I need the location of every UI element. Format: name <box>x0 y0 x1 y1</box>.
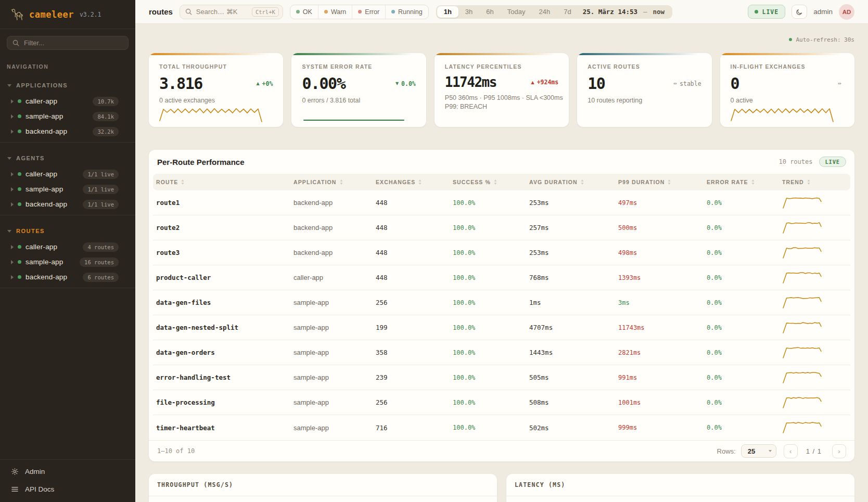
cell-error-rate: 0.0% <box>704 224 779 231</box>
column-header[interactable]: ROUTE <box>153 179 290 185</box>
column-header[interactable]: ERROR RATE <box>704 179 779 185</box>
cell-avg-duration: 505ms <box>526 374 615 381</box>
column-header[interactable]: SUCCESS % <box>450 179 526 185</box>
sidebar-item-admin[interactable]: Admin <box>7 462 129 480</box>
search-icon <box>185 8 192 15</box>
sidebar-section-header[interactable]: APPLICATIONS <box>7 79 129 92</box>
table-row[interactable]: route1 backend-app 448 100.0% 253ms 497m… <box>153 190 850 215</box>
kpi-value: 3.816 <box>159 74 202 93</box>
next-page-button[interactable]: › <box>832 444 846 458</box>
cell-success: 100.0% <box>450 299 526 306</box>
table-row[interactable]: file-processing sample-app 256 100.0% 50… <box>153 390 850 415</box>
kpi-card: ACTIVE ROUTES 10 ⇔ stable 10 routes repo… <box>577 53 711 127</box>
prev-page-button[interactable]: ‹ <box>784 444 798 458</box>
cell-error-rate: 0.0% <box>704 274 779 281</box>
status-filter-button[interactable]: OK <box>290 5 318 19</box>
search-placeholder: Search… ⌘K <box>196 8 237 16</box>
column-header[interactable]: AVG DURATION <box>526 179 615 185</box>
table-row[interactable]: data-gen-orders sample-app 358 100.0% 14… <box>153 340 850 365</box>
filter-input[interactable]: Filter... <box>7 36 129 50</box>
cell-success: 100.0% <box>450 274 526 281</box>
cell-success: 100.0% <box>450 324 526 331</box>
cell-trend <box>779 371 850 384</box>
cell-avg-duration: 257ms <box>526 224 615 231</box>
sidebar-item-label: caller-app <box>25 97 57 105</box>
sidebar-section-header[interactable]: AGENTS <box>7 152 129 164</box>
rows-per-page-select[interactable]: 25 <box>741 444 776 458</box>
cell-application: sample-app <box>290 398 373 406</box>
time-range-button[interactable]: 24h <box>532 6 557 18</box>
time-range-button[interactable]: 3h <box>458 6 479 18</box>
column-header[interactable]: EXCHANGES <box>373 179 450 185</box>
trend-sparkline <box>782 321 824 334</box>
status-filter-button[interactable]: Error <box>352 5 386 19</box>
sidebar-item[interactable]: backend-app 32.2k <box>7 124 129 139</box>
sidebar-item[interactable]: backend-app 6 routes <box>7 269 129 285</box>
table-body: route1 backend-app 448 100.0% 253ms 497m… <box>153 190 850 440</box>
status-filter-group: OK Warn Error Running <box>290 5 429 19</box>
sidebar-section-header[interactable]: ROUTES <box>7 225 129 237</box>
moon-icon <box>796 8 803 16</box>
kpi-sparkline <box>588 104 692 123</box>
cell-avg-duration: 253ms <box>526 249 615 256</box>
cell-error-rate: 0.0% <box>704 349 779 356</box>
table-row[interactable]: error-handling-test sample-app 239 100.0… <box>153 365 850 390</box>
kpi-title: ACTIVE ROUTES <box>588 63 701 70</box>
chart-title: THROUGHPUT (MSG/S) <box>157 481 233 488</box>
sidebar-item-label: backend-app <box>25 200 67 208</box>
sidebar-footer-label: API Docs <box>25 485 54 493</box>
dark-mode-toggle[interactable] <box>792 5 807 19</box>
time-range-button[interactable]: 1h <box>437 6 458 18</box>
cell-route: error-handling-test <box>153 374 290 381</box>
live-button[interactable]: LIVE <box>748 5 786 19</box>
table-row[interactable]: timer-heartbeat sample-app 716 100.0% 50… <box>153 415 850 440</box>
time-range-button[interactable]: 7d <box>557 6 578 18</box>
cell-trend <box>779 321 850 334</box>
kpi-value: 0 <box>731 74 739 93</box>
table-row[interactable]: product-caller caller-app 448 100.0% 768… <box>153 265 850 290</box>
sidebar-section-label: AGENTS <box>16 155 45 161</box>
column-header[interactable]: TREND <box>779 179 850 185</box>
status-dot-icon <box>18 114 21 118</box>
table-row[interactable]: route3 backend-app 448 100.0% 253ms 498m… <box>153 240 850 265</box>
table-row[interactable]: data-gen-files sample-app 256 100.0% 1ms… <box>153 290 850 315</box>
chevron-down-icon <box>7 230 11 233</box>
content: Auto-refresh: 30s TOTAL THROUGHPUT 3.816… <box>135 24 868 502</box>
sidebar-item[interactable]: sample-app 16 routes <box>7 254 129 269</box>
status-dot-icon <box>296 10 300 14</box>
sidebar-item-badge: 16 routes <box>80 258 119 267</box>
kpi-sparkline <box>731 104 835 123</box>
column-header[interactable]: P99 DURATION <box>615 179 704 185</box>
app-version: v3.2.1 <box>80 11 101 18</box>
sidebar-item[interactable]: sample-app 84.1k <box>7 109 129 124</box>
kpi-card: SYSTEM ERROR RATE 0.00% ▼ 0.0% 0 errors … <box>291 53 426 127</box>
time-range-button[interactable]: Today <box>501 6 532 18</box>
time-range-button[interactable]: 6h <box>479 6 500 18</box>
status-filter-button[interactable]: Warn <box>318 5 352 19</box>
column-header[interactable]: APPLICATION <box>290 179 373 185</box>
sidebar-item[interactable]: sample-app 1/1 live <box>7 182 129 197</box>
sidebar-item-label: sample-app <box>25 112 63 120</box>
chart-card-header: THROUGHPUT (MSG/S) <box>149 474 497 496</box>
table-footer: 1–10 of 10 Rows: 25 ‹ 1 / 1 › <box>149 440 854 461</box>
cell-avg-duration: 508ms <box>526 398 615 406</box>
search-input[interactable]: Search… ⌘K Ctrl+K <box>180 5 283 19</box>
sidebar-item[interactable]: caller-app 1/1 live <box>7 166 129 182</box>
column-header-label: AVG DURATION <box>529 179 578 185</box>
status-filter-button[interactable]: Running <box>386 5 428 19</box>
cell-exchanges: 448 <box>373 249 450 256</box>
cell-application: sample-app <box>290 424 373 432</box>
sidebar-header: cameleer v3.2.1 <box>0 0 135 29</box>
cell-route: route3 <box>153 249 290 256</box>
sidebar-item-api-docs[interactable]: API Docs <box>7 480 129 498</box>
status-dot-icon <box>391 10 395 14</box>
avatar[interactable]: AD <box>839 4 854 20</box>
table-row[interactable]: data-gen-nested-split sample-app 199 100… <box>153 315 850 340</box>
cell-p99-duration: 1001ms <box>615 399 704 406</box>
sidebar-footer: Admin API Docs <box>0 459 135 502</box>
cell-trend <box>779 296 850 310</box>
sidebar-item[interactable]: caller-app 10.7k <box>7 94 129 109</box>
table-row[interactable]: route2 backend-app 448 100.0% 257ms 500m… <box>153 215 850 240</box>
sidebar-item[interactable]: caller-app 4 routes <box>7 239 129 254</box>
sidebar-item[interactable]: backend-app 1/1 live <box>7 197 129 212</box>
